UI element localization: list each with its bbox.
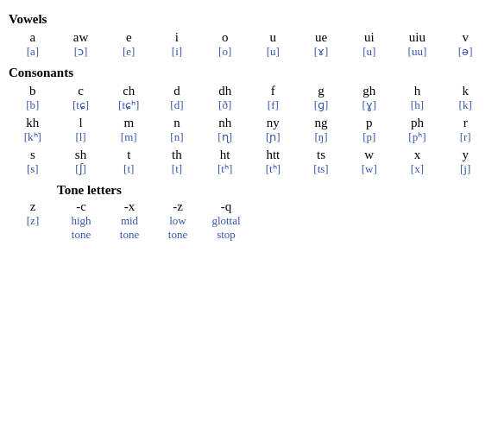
page-container: Vowels a[a]aw[ɔ]e[e]i[i]o[o]u[u]ue[ɤ]ui[… bbox=[9, 12, 489, 241]
consonant-roman: l bbox=[57, 116, 105, 130]
consonant-ipa: [m] bbox=[104, 130, 153, 144]
vowel-cell: ue[ɤ] bbox=[297, 28, 345, 60]
tone-roman: -z bbox=[154, 199, 202, 214]
consonant-roman: c bbox=[57, 84, 105, 98]
tone-ipa: [z] bbox=[9, 214, 57, 228]
consonant-roman: b bbox=[9, 84, 57, 98]
vowels-grid: a[a]aw[ɔ]e[e]i[i]o[o]u[u]ue[ɤ]ui[u]uiu[u… bbox=[9, 28, 489, 60]
consonant-roman: ts bbox=[297, 148, 345, 162]
vowel-roman: uiu bbox=[394, 30, 442, 45]
consonant-ipa: [s] bbox=[9, 162, 57, 176]
vowel-ipa: [uu] bbox=[394, 45, 442, 59]
tone-label-line: glottal bbox=[211, 214, 240, 227]
consonant-roman: ph bbox=[394, 116, 442, 130]
consonant-ipa: [ɳ] bbox=[201, 130, 249, 144]
consonant-cell: x[x] bbox=[394, 146, 442, 178]
consonant-ipa: [tʰ] bbox=[201, 162, 249, 176]
vowel-ipa: [o] bbox=[201, 45, 249, 59]
vowel-cell: uiu[uu] bbox=[394, 28, 442, 60]
consonant-roman: f bbox=[249, 84, 298, 98]
consonant-roman: y bbox=[441, 148, 489, 162]
consonant-cell: dh[ð] bbox=[201, 82, 249, 114]
consonants-grid: b[b]c[tɕ]ch[tɕʰ]d[d]dh[ð]f[f]g[ɡ]gh[ɣ]h[… bbox=[9, 82, 489, 178]
consonant-cell: c[tɕ] bbox=[57, 82, 105, 114]
consonant-ipa: [l] bbox=[57, 130, 105, 144]
consonant-ipa: [ɡ] bbox=[297, 98, 345, 112]
tone-roman: z bbox=[9, 199, 57, 214]
consonant-roman: ny bbox=[249, 116, 298, 130]
consonant-roman: r bbox=[441, 116, 489, 130]
consonant-ipa: [t] bbox=[104, 162, 153, 176]
vowel-cell: e[e] bbox=[104, 28, 153, 60]
tone-section: Tone letters z[z]-chightone-xmidtone-zlo… bbox=[9, 183, 489, 241]
tone-cell: -chightone bbox=[57, 199, 105, 241]
consonant-cell: ht[tʰ] bbox=[201, 146, 249, 178]
vowel-cell: v[ə] bbox=[441, 28, 489, 60]
tone-label: lowtone bbox=[154, 214, 202, 241]
tone-label: glottalstop bbox=[202, 214, 250, 241]
consonant-roman: ht bbox=[201, 148, 249, 162]
consonant-roman: nh bbox=[201, 116, 249, 130]
consonant-cell: ph[pʰ] bbox=[394, 114, 442, 146]
consonant-cell: m[m] bbox=[104, 114, 153, 146]
consonant-cell: g[ɡ] bbox=[297, 82, 345, 114]
vowel-roman: e bbox=[104, 30, 153, 45]
tone-row: z[z]-chightone-xmidtone-zlowtone-qglotta… bbox=[9, 199, 489, 241]
consonants-title: Consonants bbox=[9, 66, 489, 80]
consonant-cell: b[b] bbox=[9, 82, 57, 114]
consonant-ipa: [b] bbox=[9, 98, 57, 112]
consonant-ipa: [tʰ] bbox=[249, 162, 298, 176]
consonant-roman: x bbox=[394, 148, 442, 162]
consonant-ipa: [pʰ] bbox=[394, 130, 442, 144]
consonant-cell: th[t] bbox=[153, 146, 201, 178]
tone-label-line: low bbox=[169, 214, 186, 227]
consonant-roman: kh bbox=[9, 116, 57, 130]
vowels-section: Vowels a[a]aw[ɔ]e[e]i[i]o[o]u[u]ue[ɤ]ui[… bbox=[9, 12, 489, 60]
consonant-roman: s bbox=[9, 148, 57, 162]
consonant-ipa: [ɣ] bbox=[345, 98, 394, 112]
consonant-roman: k bbox=[441, 84, 489, 98]
consonant-cell: t[t] bbox=[104, 146, 153, 178]
tone-label-line: stop bbox=[217, 228, 236, 241]
tone-title: Tone letters bbox=[57, 183, 489, 198]
vowel-ipa: [ə] bbox=[441, 45, 489, 59]
consonant-cell: r[r] bbox=[441, 114, 489, 146]
consonant-cell: s[s] bbox=[9, 146, 57, 178]
consonants-section: Consonants b[b]c[tɕ]ch[tɕʰ]d[d]dh[ð]f[f]… bbox=[9, 66, 489, 178]
consonant-ipa: [h] bbox=[394, 98, 442, 112]
consonant-cell: k[k] bbox=[441, 82, 489, 114]
consonant-roman: p bbox=[345, 116, 394, 130]
vowel-roman: ui bbox=[345, 30, 394, 45]
consonant-cell: sh[ʃ] bbox=[57, 146, 105, 178]
consonant-ipa: [p] bbox=[345, 130, 394, 144]
tone-label: hightone bbox=[57, 214, 105, 241]
vowel-roman: a bbox=[9, 30, 57, 45]
consonant-cell: ts[ts] bbox=[297, 146, 345, 178]
consonant-cell: ch[tɕʰ] bbox=[104, 82, 153, 114]
vowel-ipa: [u] bbox=[249, 45, 298, 59]
consonant-ipa: [ŋ] bbox=[297, 130, 345, 144]
consonant-cell: kh[kʰ] bbox=[9, 114, 57, 146]
consonant-cell: p[p] bbox=[345, 114, 394, 146]
consonant-ipa: [j] bbox=[441, 162, 489, 176]
vowel-ipa: [a] bbox=[9, 45, 57, 59]
tone-cell: -qglottalstop bbox=[202, 199, 250, 241]
consonant-ipa: [r] bbox=[441, 130, 489, 144]
consonant-roman: d bbox=[153, 84, 201, 98]
consonant-cell: nh[ɳ] bbox=[201, 114, 249, 146]
consonant-cell: ny[ɲ] bbox=[249, 114, 298, 146]
consonant-roman: n bbox=[153, 116, 201, 130]
consonant-cell: h[h] bbox=[394, 82, 442, 114]
consonant-roman: dh bbox=[201, 84, 249, 98]
consonant-roman: htt bbox=[249, 148, 298, 162]
consonant-ipa: [x] bbox=[394, 162, 442, 176]
tone-cell: -xmidtone bbox=[105, 199, 154, 241]
vowel-ipa: [ɤ] bbox=[297, 45, 345, 59]
vowel-roman: aw bbox=[57, 30, 105, 45]
consonant-ipa: [tɕʰ] bbox=[104, 98, 153, 112]
consonant-roman: th bbox=[153, 148, 201, 162]
consonant-roman: m bbox=[104, 116, 153, 130]
consonant-ipa: [ð] bbox=[201, 98, 249, 112]
vowel-ipa: [i] bbox=[153, 45, 201, 59]
tone-label-line: tone bbox=[168, 228, 187, 241]
